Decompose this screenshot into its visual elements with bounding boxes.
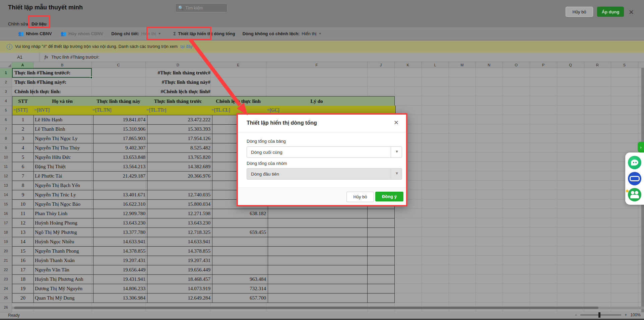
table-row-last-month[interactable]: 13.765.820 — [145, 152, 212, 162]
table-row-this-month[interactable]: 19.207.431 — [91, 256, 147, 265]
table-row-reason[interactable] — [266, 274, 368, 284]
table-row-name[interactable]: Nguyễn Thị Trúc Ly — [33, 190, 93, 200]
table-row-stt[interactable]: 14 — [12, 237, 34, 247]
summary-label-cell[interactable]: Chênh lệch thực lĩnh: — [13, 87, 93, 96]
table-row-diff[interactable] — [210, 246, 268, 256]
column-header-R[interactable]: R — [584, 62, 611, 68]
table-row-last-month[interactable]: 14.633.941 — [145, 237, 212, 247]
row-header-3[interactable]: 3 — [0, 87, 12, 97]
row-header-15[interactable]: 15 — [0, 199, 12, 209]
table-row-extra[interactable] — [367, 265, 395, 275]
formula-text[interactable]: Thực lĩnh #Tháng trước#: — [51, 55, 99, 60]
row-header-10[interactable]: 10 — [0, 152, 12, 162]
table-row-diff[interactable] — [210, 256, 268, 265]
row-header-2[interactable]: 2 — [0, 77, 12, 87]
table-row-stt[interactable]: 3 — [12, 134, 34, 143]
column-header-P[interactable]: P — [530, 62, 557, 68]
row-header-column[interactable]: 1234567891011121314151617181920212223242… — [0, 68, 12, 312]
table-row-diff[interactable]: 659.455 — [210, 228, 268, 237]
table-row-name[interactable]: Quan Thị Mỹ Dung — [33, 293, 93, 303]
table-row-this-month[interactable]: 13.643.230 — [91, 218, 147, 228]
row-header-7[interactable]: 7 — [0, 124, 12, 134]
table-row-reason[interactable] — [266, 265, 368, 275]
row-header-25[interactable]: 25 — [0, 293, 12, 303]
row-header-14[interactable]: 14 — [0, 190, 12, 200]
row-header-23[interactable]: 23 — [0, 274, 12, 284]
table-row-this-month[interactable]: 12.909.780 — [91, 209, 147, 218]
row-header-12[interactable]: 12 — [0, 171, 12, 181]
table-row-this-month[interactable]: 19.656.449 — [91, 265, 147, 275]
table-row-reason[interactable] — [266, 293, 368, 303]
table-row-diff[interactable] — [210, 237, 268, 247]
table-row-last-month[interactable]: 20.366.976 — [145, 171, 212, 181]
cancel-button[interactable]: Hủy bỏ — [566, 7, 593, 17]
table-row-this-month[interactable]: 13.564.213 — [91, 162, 147, 172]
row-header-21[interactable]: 21 — [0, 256, 12, 265]
table-total-row-select[interactable]: Dòng cuối cùng ▼ — [247, 146, 402, 158]
table-header-cell[interactable]: Chênh lệch thực lĩnh — [210, 96, 266, 106]
table-row-name[interactable]: Ngô Thị Mỹ Phương — [33, 228, 93, 237]
table-row-stt[interactable]: 2 — [12, 124, 34, 134]
row-header-20[interactable]: 20 — [0, 246, 12, 256]
table-row-name[interactable]: Huỳnh Hoàng Phong — [33, 218, 93, 228]
table-row-name[interactable]: Nguyễn Văn Tân — [33, 265, 93, 275]
merge-token-cell[interactable]: =[HVT] — [33, 106, 93, 115]
table-header-cell[interactable] — [367, 96, 395, 106]
table-row-diff[interactable]: 657.700 — [210, 293, 268, 303]
info-link[interactable]: tại đây — [180, 44, 193, 49]
table-row-name[interactable]: Huỳnh Thanh Xuân — [33, 256, 93, 265]
table-row-extra[interactable] — [367, 274, 395, 284]
table-row-reason[interactable] — [266, 228, 368, 237]
column-header-N[interactable]: N — [475, 62, 503, 68]
row-header-8[interactable]: 8 — [0, 134, 12, 143]
column-header-O[interactable]: O — [503, 62, 530, 68]
table-row-stt[interactable]: 10 — [12, 199, 34, 209]
row-header-6[interactable]: 6 — [0, 115, 12, 125]
chat-widget-icon[interactable] — [628, 156, 641, 169]
table-row-last-month[interactable]: 14.378.855 — [145, 246, 212, 256]
table-row-name[interactable]: Phan Thùy Linh — [33, 209, 93, 218]
column-header-C[interactable]: C — [91, 62, 146, 68]
column-header-M[interactable]: M — [449, 62, 476, 68]
table-row-diff[interactable]: 638.182 — [210, 209, 268, 218]
table-row-last-month[interactable]: 15.303.393 — [145, 124, 212, 134]
table-row-this-month[interactable]: 13.377.780 — [91, 228, 147, 237]
row-header-9[interactable]: 9 — [0, 143, 12, 153]
zoom-slider[interactable] — [580, 315, 621, 315]
table-row-name[interactable]: Đặng Thị Thiệt — [33, 162, 93, 172]
table-row-extra[interactable] — [367, 218, 395, 228]
row-header-24[interactable]: 24 — [0, 284, 12, 294]
table-row-stt[interactable]: 6 — [12, 162, 34, 172]
table-row-last-month[interactable] — [145, 181, 212, 190]
table-row-reason[interactable] — [266, 246, 368, 256]
column-header-D[interactable]: D — [145, 62, 211, 68]
table-row-name[interactable]: Lê Phước Tài — [33, 171, 93, 181]
table-header-cell[interactable]: Lý do — [266, 96, 368, 106]
table-row-extra[interactable] — [367, 256, 395, 265]
table-row-this-month[interactable]: 14.633.941 — [91, 237, 147, 247]
apply-button[interactable]: Áp dụng — [597, 7, 624, 17]
row-header-22[interactable]: 22 — [0, 265, 12, 275]
table-row-stt[interactable]: 9 — [12, 190, 34, 200]
column-header-row[interactable]: ABCDEFJKLMNOPQRS — [0, 62, 644, 68]
table-row-last-month[interactable]: 23.472.222 — [145, 115, 212, 125]
fill-handle[interactable] — [90, 76, 92, 79]
table-row-extra[interactable] — [367, 246, 395, 256]
search-input[interactable]: 🔍 Tìm kiếm — [175, 3, 228, 12]
table-row-reason[interactable] — [266, 237, 368, 247]
row-header-11[interactable]: 11 — [0, 162, 12, 172]
select-all-corner[interactable] — [0, 62, 12, 68]
table-row-this-month[interactable]: 16.622.310 — [91, 199, 147, 209]
merge-token-cell[interactable]: =[TL.TN] — [91, 106, 147, 115]
column-header-Q[interactable]: Q — [557, 62, 584, 68]
row-header-18[interactable]: 18 — [0, 228, 12, 237]
column-header-E[interactable]: E — [210, 62, 266, 68]
support-widget-icon[interactable] — [628, 172, 641, 185]
close-icon[interactable]: ✕ — [629, 8, 634, 16]
table-row-this-month[interactable]: 19.841.074 — [91, 115, 147, 125]
table-row-this-month[interactable]: 17.865.903 — [91, 134, 147, 143]
merge-token-cell[interactable]: =[STT] — [12, 106, 35, 115]
column-header-F[interactable]: F — [266, 62, 368, 68]
table-row-diff[interactable]: 963.484 — [210, 274, 268, 284]
table-row-name[interactable]: Huỳnh Thị Phương Anh — [33, 274, 93, 284]
